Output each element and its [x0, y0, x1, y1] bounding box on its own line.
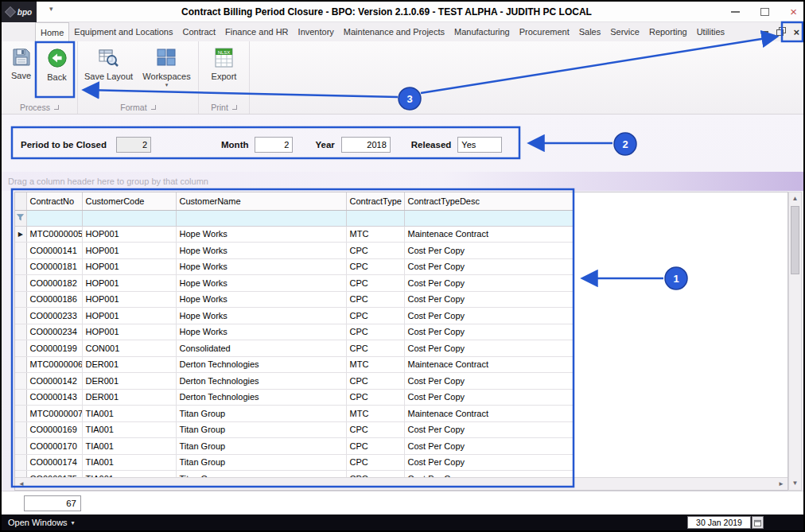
cell[interactable]: Hope Works [176, 243, 346, 259]
mdi-restore-icon[interactable] [776, 28, 785, 36]
table-row[interactable]: ▶MTC0000005HOP001Hope WorksMTCMaintenace… [15, 226, 574, 243]
table-row[interactable]: CO0000169TIA001Titan GroupCPCCost Per Co… [15, 421, 574, 438]
table-row[interactable]: CO0000175TIA001Titan GroupCPCCost Per Co… [15, 471, 574, 478]
tab-contract[interactable]: Contract [178, 22, 221, 41]
maximize-icon[interactable] [760, 8, 769, 16]
cell[interactable]: CPC [346, 275, 404, 292]
table-row[interactable]: CO0000142DER001Derton TechnologiesCPCCos… [15, 373, 574, 390]
cell[interactable]: DER001 [82, 373, 176, 390]
released-input[interactable] [457, 137, 502, 153]
cell[interactable]: CPC [346, 340, 404, 357]
cell[interactable]: Hope Works [176, 258, 346, 275]
cell[interactable]: TIA001 [82, 471, 176, 478]
tab-service[interactable]: Service [605, 22, 644, 41]
cell[interactable]: Titan Group [176, 471, 346, 478]
cell[interactable]: CPC [346, 373, 404, 390]
cell[interactable]: MTC0000007 [26, 406, 82, 422]
table-row[interactable]: MTC0000007TIA001Titan GroupMTCMaintenace… [15, 406, 574, 422]
cell[interactable]: CPC [346, 324, 404, 340]
tab-manufacturing[interactable]: Manufacturing [449, 22, 515, 41]
calendar-button[interactable] [752, 516, 764, 529]
cell[interactable]: Consolidated [176, 340, 346, 357]
cell[interactable]: CON001 [82, 340, 176, 357]
cell[interactable]: Derton Technologies [176, 356, 346, 373]
table-row[interactable]: CO0000233HOP001Hope WorksCPCCost Per Cop… [15, 308, 574, 324]
cell[interactable]: Hope Works [176, 226, 346, 243]
cell[interactable]: Titan Group [176, 454, 346, 471]
table-row[interactable]: CO0000199CON001ConsolidatedCPCCost Per C… [15, 340, 574, 357]
cell[interactable]: Cost Per Copy [404, 243, 574, 259]
toolbar-customize-icon[interactable]: ▾ [49, 5, 53, 13]
cell[interactable]: CPC [346, 454, 404, 471]
tab-maintenance-and-projects[interactable]: Maintenance and Projects [339, 22, 449, 41]
cell[interactable]: CO0000186 [26, 291, 82, 308]
mdi-minimize-icon[interactable] [761, 31, 768, 33]
cell[interactable]: CO0000143 [26, 389, 82, 406]
cell[interactable]: Cost Per Copy [404, 389, 574, 406]
horizontal-scrollbar[interactable]: ◄ ► [15, 477, 788, 490]
table-row[interactable]: CO0000141HOP001Hope WorksCPCCost Per Cop… [15, 243, 574, 259]
scroll-down-icon[interactable]: ▼ [789, 478, 801, 489]
column-header-contracttype[interactable]: ContractType [346, 192, 404, 210]
table-row[interactable]: MTC0000006DER001Derton TechnologiesMTCMa… [15, 356, 574, 373]
month-input[interactable] [255, 137, 293, 153]
back-button[interactable]: Back [39, 45, 76, 100]
table-row[interactable]: CO0000143DER001Derton TechnologiesCPCCos… [15, 389, 574, 406]
table-row[interactable]: CO0000182HOP001Hope WorksCPCCost Per Cop… [15, 275, 574, 292]
scroll-left-icon[interactable]: ◄ [15, 480, 28, 487]
cell[interactable]: CO0000233 [26, 308, 82, 324]
tab-home[interactable]: Home [35, 22, 69, 41]
table-row[interactable]: CO0000174TIA001Titan GroupCPCCost Per Co… [15, 454, 574, 471]
cell[interactable]: Cost Per Copy [404, 324, 574, 340]
cell[interactable]: TIA001 [82, 454, 176, 471]
table-row[interactable]: CO0000170TIA001Titan GroupCPCCost Per Co… [15, 438, 574, 455]
cell[interactable]: Titan Group [176, 406, 346, 422]
cell[interactable]: Cost Per Copy [404, 275, 574, 292]
cell[interactable]: HOP001 [82, 291, 176, 308]
cell[interactable]: Maintenace Contract [404, 356, 574, 373]
cell[interactable]: Titan Group [176, 421, 346, 438]
cell[interactable]: Derton Technologies [176, 373, 346, 390]
cell[interactable]: CO0000142 [26, 373, 82, 390]
year-input[interactable] [341, 137, 391, 153]
group-launcher-icon[interactable] [54, 105, 59, 110]
cell[interactable]: Maintenace Contract [404, 226, 574, 243]
tab-reporting[interactable]: Reporting [644, 22, 692, 41]
cell[interactable]: Cost Per Copy [404, 421, 574, 438]
date-field[interactable]: 30 Jan 2019 [687, 516, 751, 529]
cell[interactable]: Titan Group [176, 438, 346, 455]
cell[interactable]: MTC0000005 [26, 226, 82, 243]
cell[interactable]: Cost Per Copy [404, 340, 574, 357]
cell[interactable]: HOP001 [82, 324, 176, 340]
cell[interactable]: HOP001 [82, 226, 176, 243]
cell[interactable]: DER001 [82, 389, 176, 406]
cell[interactable]: CO0000174 [26, 454, 82, 471]
tab-equipment-and-locations[interactable]: Equipment and Locations [69, 22, 177, 41]
table-row[interactable]: CO0000234HOP001Hope WorksCPCCost Per Cop… [15, 324, 574, 340]
cell[interactable]: CO0000175 [26, 471, 82, 478]
mdi-close-icon[interactable]: × [793, 26, 799, 38]
cell[interactable]: HOP001 [82, 258, 176, 275]
cell[interactable]: Cost Per Copy [404, 438, 574, 455]
open-windows-dropdown-icon[interactable]: ▾ [72, 519, 75, 526]
cell[interactable]: CO0000141 [26, 243, 82, 259]
export-button[interactable]: NLSX Export [201, 45, 247, 100]
cell[interactable]: HOP001 [82, 275, 176, 292]
cell[interactable]: TIA001 [82, 421, 176, 438]
vertical-scroll-thumb[interactable] [791, 206, 799, 274]
cell[interactable]: Hope Works [176, 324, 346, 340]
tab-inventory[interactable]: Inventory [294, 22, 339, 41]
cell[interactable]: CPC [346, 258, 404, 275]
cell[interactable]: CO0000234 [26, 324, 82, 340]
vertical-scrollbar[interactable]: ▲ ▼ [788, 192, 802, 491]
cell[interactable]: CO0000182 [26, 275, 82, 292]
cell[interactable]: MTC [346, 356, 404, 373]
filter-cell[interactable] [346, 210, 404, 226]
group-launcher-icon[interactable] [232, 105, 237, 110]
cell[interactable]: TIA001 [82, 406, 176, 422]
column-header-customername[interactable]: CustomerName [176, 192, 346, 210]
cell[interactable]: Cost Per Copy [404, 291, 574, 308]
open-windows-button[interactable]: Open Windows [8, 518, 68, 527]
cell[interactable]: CPC [346, 389, 404, 406]
filter-cell[interactable] [176, 210, 346, 226]
